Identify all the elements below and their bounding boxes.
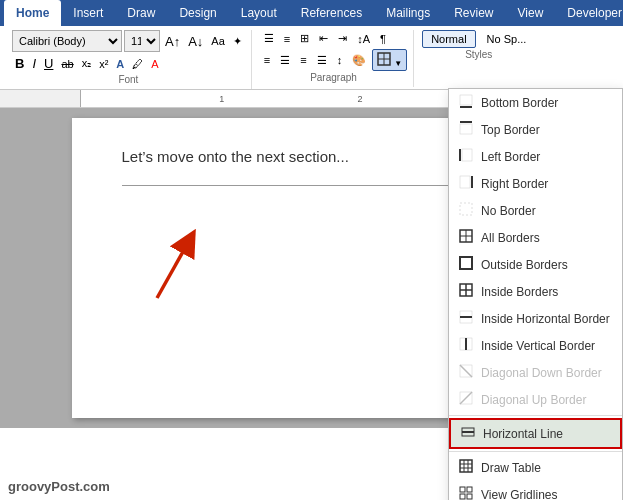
dropdown-item-label: All Borders	[481, 231, 540, 245]
dropdown-item-label: Right Border	[481, 177, 548, 191]
tab-layout[interactable]: Layout	[229, 0, 289, 26]
view-grid-icon	[459, 486, 473, 500]
dropdown-item-label: Diagonal Up Border	[481, 393, 586, 407]
outside-borders-icon	[459, 256, 473, 273]
watermark: groovyPost.com	[8, 479, 110, 494]
dropdown-item-top-border[interactable]: Top Border	[449, 116, 622, 143]
bold-button[interactable]: B	[12, 54, 27, 73]
svg-rect-5	[460, 95, 472, 105]
dropdown-item-label: Diagonal Down Border	[481, 366, 602, 380]
line-spacing-button[interactable]: ↕	[333, 52, 347, 68]
show-marks-button[interactable]: ¶	[376, 31, 390, 47]
dropdown-item-label: Draw Table	[481, 461, 541, 475]
dropdown-item-draw-table[interactable]: Draw Table	[449, 454, 622, 481]
font-group-label: Font	[12, 73, 245, 87]
dropdown-item-label: Inside Horizontal Border	[481, 312, 610, 326]
justify-button[interactable]: ☰	[313, 52, 331, 69]
svg-line-26	[460, 365, 472, 377]
dropdown-item-diag-down: Diagonal Down Border	[449, 359, 622, 386]
style-no-spacing[interactable]: No Sp...	[478, 30, 536, 48]
multilevel-button[interactable]: ⊞	[296, 30, 313, 47]
font-controls: Calibri (Body) 11 A↑ A↓ Aa ✦	[12, 30, 245, 52]
inside-h-border-icon	[459, 310, 473, 327]
svg-line-4	[157, 241, 189, 298]
tab-insert[interactable]: Insert	[61, 0, 115, 26]
subscript-button[interactable]: x₂	[79, 55, 95, 72]
svg-rect-13	[460, 203, 472, 215]
borders-button[interactable]: ▼	[372, 49, 407, 71]
dropdown-item-all-borders[interactable]: All Borders	[449, 224, 622, 251]
highlight-button[interactable]: 🖊	[129, 56, 146, 72]
styles-controls: Normal No Sp...	[422, 30, 535, 48]
dropdown-item-inside-h-border[interactable]: Inside Horizontal Border	[449, 305, 622, 332]
numbering-button[interactable]: ≡	[280, 31, 294, 47]
svg-rect-31	[460, 460, 472, 472]
tab-review[interactable]: Review	[442, 0, 505, 26]
svg-rect-37	[467, 487, 472, 492]
font-format-controls: B I U ab x₂ x² A 🖊 A	[12, 54, 245, 73]
dropdown-item-label: Horizontal Line	[483, 427, 563, 441]
dropdown-item-inside-borders[interactable]: Inside Borders	[449, 278, 622, 305]
dropdown-item-right-border[interactable]: Right Border	[449, 170, 622, 197]
sort-button[interactable]: ↕A	[353, 31, 374, 47]
arrow-annotation	[127, 223, 207, 303]
para-controls-bottom: ≡ ☰ ≡ ☰ ↕ 🎨 ▼	[260, 49, 407, 71]
tab-draw[interactable]: Draw	[115, 0, 167, 26]
align-center-button[interactable]: ☰	[276, 52, 294, 69]
dropdown-item-view-grid[interactable]: View Gridlines	[449, 481, 622, 500]
style-normal[interactable]: Normal	[422, 30, 475, 48]
dropdown-item-diag-up: Diagonal Up Border	[449, 386, 622, 413]
dropdown-item-h-line[interactable]: Horizontal Line	[449, 418, 622, 449]
no-border-icon	[459, 202, 473, 219]
tab-mailings[interactable]: Mailings	[374, 0, 442, 26]
tab-references[interactable]: References	[289, 0, 374, 26]
tab-design[interactable]: Design	[167, 0, 228, 26]
h-line-icon	[461, 425, 475, 442]
svg-rect-7	[460, 124, 472, 134]
clear-format-button[interactable]: ✦	[230, 33, 245, 50]
dropdown-item-label: View Gridlines	[481, 488, 557, 501]
dropdown-item-outside-borders[interactable]: Outside Borders	[449, 251, 622, 278]
dropdown-item-bottom-border[interactable]: Bottom Border	[449, 89, 622, 116]
dropdown-item-label: Left Border	[481, 150, 540, 164]
draw-table-icon	[459, 459, 473, 476]
tab-home[interactable]: Home	[4, 0, 61, 26]
decrease-indent-button[interactable]: ⇤	[315, 30, 332, 47]
left-border-icon	[459, 148, 473, 165]
align-right-button[interactable]: ≡	[296, 52, 310, 68]
bullets-button[interactable]: ☰	[260, 30, 278, 47]
document-text: Let’s move onto the next section...	[122, 148, 502, 165]
tab-developer[interactable]: Developer	[555, 0, 623, 26]
dropdown-item-inside-v-border[interactable]: Inside Vertical Border	[449, 332, 622, 359]
top-border-icon	[459, 121, 473, 138]
dropdown-item-label: Inside Borders	[481, 285, 558, 299]
ribbon-tabs-bar: HomeInsertDrawDesignLayoutReferencesMail…	[0, 0, 623, 26]
svg-rect-38	[460, 494, 465, 499]
dropdown-item-label: Bottom Border	[481, 96, 558, 110]
italic-button[interactable]: I	[29, 54, 39, 73]
text-effect-button[interactable]: A	[113, 56, 127, 72]
underline-button[interactable]: U	[41, 54, 56, 73]
font-color-button[interactable]: A	[148, 56, 161, 72]
dropdown-item-label: Inside Vertical Border	[481, 339, 595, 353]
change-case-button[interactable]: Aa	[208, 33, 227, 49]
tab-view[interactable]: View	[506, 0, 556, 26]
ruler-mark-1: 1	[219, 94, 224, 104]
dropdown-item-left-border[interactable]: Left Border	[449, 143, 622, 170]
shading-button[interactable]: 🎨	[348, 52, 370, 69]
dropdown-item-label: No Border	[481, 204, 536, 218]
align-left-button[interactable]: ≡	[260, 52, 274, 68]
svg-rect-17	[460, 257, 472, 269]
inside-v-border-icon	[459, 337, 473, 354]
font-size-select[interactable]: 11	[124, 30, 160, 52]
svg-rect-11	[460, 176, 470, 188]
superscript-button[interactable]: x²	[96, 56, 111, 72]
inside-borders-icon	[459, 283, 473, 300]
increase-indent-button[interactable]: ⇥	[334, 30, 351, 47]
font-name-select[interactable]: Calibri (Body)	[12, 30, 122, 52]
strikethrough-button[interactable]: ab	[58, 56, 76, 72]
dropdown-item-no-border[interactable]: No Border	[449, 197, 622, 224]
font-grow-button[interactable]: A↑	[162, 32, 183, 51]
font-shrink-button[interactable]: A↓	[185, 32, 206, 51]
svg-line-28	[460, 392, 472, 404]
